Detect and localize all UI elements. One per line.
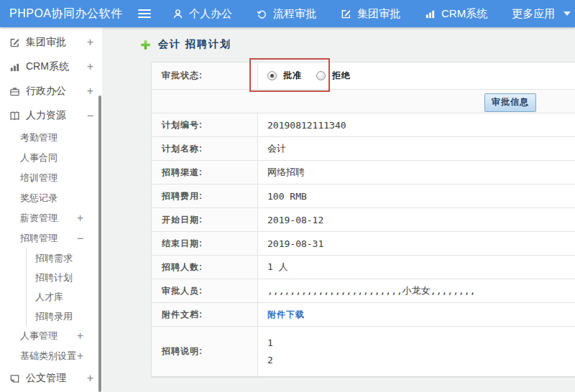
field-label: 招聘渠道:	[152, 161, 258, 184]
sidebar-item-7[interactable]: 培训管理	[0, 168, 102, 188]
sidebar-item-label: 人力资源	[26, 109, 87, 122]
field-row-8: 审批人员:,,,,,,,,,,,,,,,,,,,,,,,,小龙女,,,,,,,,	[152, 279, 575, 303]
sidebar-item-label: 培训管理	[20, 172, 83, 185]
field-label: 招聘人数:	[152, 256, 258, 279]
user-icon	[172, 9, 183, 19]
sidebar-item-3[interactable]: 行政办公+	[0, 79, 102, 103]
field-value: 会计	[258, 137, 575, 160]
sidebar-item-label: 行政办公	[26, 85, 87, 98]
barchart-icon	[9, 62, 20, 73]
sidebar-item-label: 基础类别设置	[20, 350, 77, 363]
top-navigation: 个人办公流程审批集团审批CRM系统更多应用	[172, 7, 571, 21]
expand-icon[interactable]: +	[77, 350, 83, 363]
page-title: 会计 招聘计划	[158, 38, 231, 51]
sidebar-item-label: 公文管理	[26, 372, 87, 385]
field-label: 附件文档:	[152, 303, 258, 326]
sidebar-item-14[interactable]: 招聘录用	[26, 307, 102, 326]
expand-icon[interactable]: +	[77, 330, 83, 342]
field-label: 开始日期:	[152, 208, 258, 231]
history-icon	[257, 9, 267, 19]
sidebar-item-16[interactable]: 基础类别设置+	[0, 346, 102, 366]
collapse-icon[interactable]: −	[87, 109, 93, 122]
menu-toggle-icon[interactable]	[138, 9, 151, 18]
attachment-download-link[interactable]: 附件下载	[267, 309, 305, 321]
sidebar-scrollbar[interactable]	[98, 95, 101, 392]
field-label: 审批状态:	[152, 62, 258, 89]
field-label: 招聘费用:	[152, 185, 258, 207]
radio-label: 批准	[283, 70, 302, 82]
chevron-down-icon	[564, 11, 571, 16]
topbar: PHPOA协同办公软件 个人办公流程审批集团审批CRM系统更多应用	[0, 0, 575, 27]
field-label: 计划名称:	[152, 137, 258, 160]
add-icon[interactable]	[140, 39, 151, 50]
barchart-icon	[425, 9, 436, 19]
topnav-label: 个人办公	[189, 7, 232, 21]
sidebar-item-5[interactable]: 考勤管理	[0, 128, 102, 148]
topnav-item-5[interactable]: 更多应用	[512, 7, 571, 21]
collapse-icon[interactable]: −	[77, 232, 83, 245]
sidebar-item-6[interactable]: 人事合同	[0, 148, 102, 168]
sidebar-item-17[interactable]: 公文管理+	[0, 366, 102, 391]
field-label: 结束日期:	[152, 232, 258, 255]
sidebar-item-15[interactable]: 人事管理+	[0, 326, 102, 346]
sidebar-item-label: 人事管理	[20, 330, 77, 342]
sidebar-item-label: 薪资管理	[20, 212, 77, 225]
field-value: 2019-08-31	[258, 232, 575, 255]
field-row-7: 招聘人数:1 人	[152, 256, 575, 279]
field-value: 附件下载	[258, 303, 575, 326]
field-label: 计划编号:	[152, 113, 258, 136]
sidebar-item-12[interactable]: 招聘计划	[26, 268, 102, 287]
field-value: 20190812111340	[258, 113, 575, 136]
sidebar-item-label: 招聘管理	[20, 232, 77, 245]
radio-selected-icon[interactable]	[267, 71, 277, 80]
topnav-item-1[interactable]: 个人办公	[172, 7, 232, 21]
sidebar-item-11[interactable]: 招聘需求	[26, 248, 102, 268]
field-label: 审批人员:	[152, 279, 258, 302]
field-value: 12	[258, 327, 575, 376]
field-row-9: 附件文档:附件下载	[152, 303, 575, 327]
edit-icon	[9, 37, 20, 48]
doc-icon	[9, 373, 20, 384]
expand-icon[interactable]: +	[87, 372, 93, 385]
topnav-item-2[interactable]: 流程审批	[257, 7, 316, 21]
field-row-10: 招聘说明:12	[152, 327, 575, 377]
expand-icon[interactable]: +	[87, 85, 93, 98]
field-value: ,,,,,,,,,,,,,,,,,,,,,,,,小龙女,,,,,,,,	[258, 279, 575, 302]
field-row-3: 招聘渠道:网络招聘	[152, 161, 575, 185]
sidebar-item-label: 奖惩记录	[20, 192, 83, 205]
expand-icon[interactable]: +	[77, 212, 83, 225]
field-row-1: 计划编号:20190812111340	[152, 113, 575, 137]
main-content: 会计 招聘计划 审批状态: 批准拒绝 审批信息 计划编号:20190812111…	[102, 27, 575, 392]
sidebar-item-2[interactable]: CRM系统+	[0, 55, 102, 79]
sidebar-item-8[interactable]: 奖惩记录	[0, 188, 102, 208]
field-value: 1 人	[258, 256, 575, 279]
radio-unselected-icon[interactable]	[316, 71, 326, 80]
expand-icon[interactable]: +	[87, 36, 93, 49]
radio-option-1[interactable]: 批准	[267, 70, 302, 82]
approval-form-table: 审批状态: 批准拒绝 审批信息 计划编号:20190812111340计划名称:…	[151, 62, 575, 378]
approval-button-row: 审批信息	[152, 90, 575, 113]
edit-icon	[341, 9, 351, 19]
field-row-2: 计划名称:会计	[152, 137, 575, 161]
description-line: 2	[267, 355, 273, 365]
sidebar-item-10[interactable]: 招聘管理−	[0, 228, 102, 248]
radio-option-2[interactable]: 拒绝	[316, 70, 351, 82]
approval-info-button[interactable]: 审批信息	[484, 93, 536, 112]
sidebar-item-1[interactable]: 集团审批+	[0, 30, 102, 55]
sidebar: 集团审批+CRM系统+行政办公+人力资源−考勤管理人事合同培训管理奖惩记录薪资管…	[0, 27, 102, 392]
expand-icon[interactable]: +	[87, 60, 93, 73]
sidebar-item-9[interactable]: 薪资管理+	[0, 208, 102, 228]
field-row-5: 开始日期:2019-08-12	[152, 208, 575, 232]
sidebar-item-13[interactable]: 人才库	[26, 287, 102, 307]
field-label: 招聘说明:	[152, 327, 258, 376]
topnav-item-3[interactable]: 集团审批	[341, 7, 400, 21]
field-row-6: 结束日期:2019-08-31	[152, 232, 575, 256]
sidebar-item-label: 考勤管理	[20, 131, 83, 144]
topnav-item-4[interactable]: CRM系统	[425, 7, 487, 21]
sidebar-item-label: 招聘录用	[35, 310, 102, 323]
sidebar-item-label: 人事合同	[20, 151, 83, 164]
topnav-label: 流程审批	[273, 7, 316, 21]
field-row-4: 招聘费用:100 RMB	[152, 185, 575, 208]
sidebar-item-4[interactable]: 人力资源−	[0, 103, 102, 128]
field-value: 2019-08-12	[258, 208, 575, 231]
